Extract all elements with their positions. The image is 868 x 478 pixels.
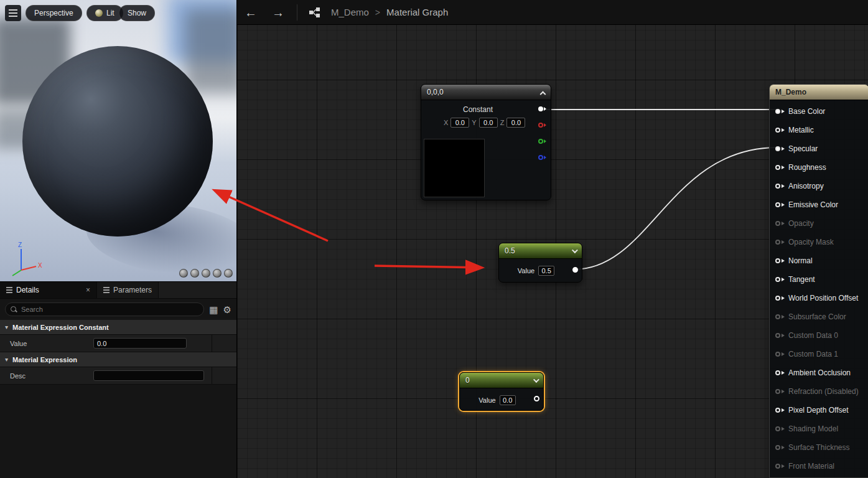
search-input[interactable]: [21, 306, 198, 313]
material-output-pin-shading-model[interactable]: Shading Model: [770, 419, 868, 438]
input-pin-icon[interactable]: [775, 370, 780, 375]
output-pin-blue[interactable]: [538, 155, 543, 160]
collapse-chevron-icon[interactable]: [540, 91, 546, 97]
expand-chevron-icon[interactable]: [572, 247, 578, 253]
material-output-pin-tangent[interactable]: Tangent: [770, 270, 868, 289]
material-output-pin-pixel-depth-offset[interactable]: Pixel Depth Offset: [770, 401, 868, 419]
node-header[interactable]: 0,0,0: [421, 85, 551, 100]
x-field-input[interactable]: [450, 118, 469, 128]
material-preview-viewport[interactable]: Perspective Lit Show Z X: [0, 0, 236, 281]
input-pin-icon[interactable]: [775, 146, 780, 151]
view-options-grid-icon[interactable]: ▦: [209, 305, 218, 314]
pin-label: Ambient Occlusion: [788, 368, 851, 377]
settings-gear-icon[interactable]: ⚙: [223, 305, 231, 314]
input-pin-icon[interactable]: [775, 445, 780, 450]
search-icon: [11, 306, 17, 313]
value-row: Value: [460, 388, 543, 412]
material-output-pin-custom-data-0[interactable]: Custom Data 0: [770, 326, 868, 345]
node-header-title: 0: [465, 376, 470, 385]
input-pin-icon[interactable]: [775, 184, 780, 189]
expand-caret-icon[interactable]: ▾: [5, 356, 8, 363]
input-pin-icon[interactable]: [775, 389, 780, 394]
section-material-expression[interactable]: ▾ Material Expression: [0, 352, 236, 367]
output-pin[interactable]: [572, 267, 578, 273]
details-panel: Details × Parameters ▦ ⚙ ▾ Material Expr…: [0, 281, 236, 478]
node-constant-vector[interactable]: 0,0,0 Constant X Y Z: [421, 84, 551, 200]
search-box[interactable]: [5, 302, 204, 316]
material-output-pin-anisotropy[interactable]: Anisotropy: [770, 177, 868, 195]
material-output-pin-front-material[interactable]: Front Material: [770, 457, 868, 476]
output-pin-red[interactable]: [538, 123, 543, 128]
input-pin-icon[interactable]: [775, 128, 780, 133]
y-field-input[interactable]: [479, 118, 498, 128]
output-pin[interactable]: [534, 396, 539, 401]
material-output-pin-roughness[interactable]: Roughness: [770, 158, 868, 177]
material-graph-canvas[interactable]: ← → M_Demo > Material Graph 0,0,0 Consta…: [236, 0, 868, 478]
material-output-pin-world-position-offset[interactable]: World Position Offset: [770, 289, 868, 307]
input-pin-icon[interactable]: [775, 314, 780, 319]
material-output-pin-emissive-color[interactable]: Emissive Color: [770, 195, 868, 214]
material-output-pin-custom-data-1[interactable]: Custom Data 1: [770, 345, 868, 363]
input-pin-icon[interactable]: [775, 221, 780, 226]
preview-mesh-cylinder-button[interactable]: [179, 269, 188, 278]
material-output-pin-opacity-mask[interactable]: Opacity Mask: [770, 233, 868, 251]
show-button[interactable]: Show: [119, 5, 155, 21]
value-property-input[interactable]: [93, 338, 187, 349]
navigate-forward-button[interactable]: →: [264, 0, 292, 25]
material-output-pin-subsurface-color[interactable]: Subsurface Color: [770, 307, 868, 326]
viewport-menu-button[interactable]: [5, 5, 21, 21]
input-pin-icon[interactable]: [775, 333, 780, 338]
preview-mesh-cube-button[interactable]: [213, 269, 222, 278]
tab-parameters[interactable]: Parameters: [97, 282, 159, 298]
material-output-pin-base-color[interactable]: Base Color: [770, 102, 868, 121]
material-output-pin-refraction-disabled-[interactable]: Refraction (Disabled): [770, 382, 868, 401]
input-pin-icon[interactable]: [775, 202, 780, 207]
material-output-pin-normal[interactable]: Normal: [770, 251, 868, 270]
input-pin-icon[interactable]: [775, 258, 780, 263]
node-material-output[interactable]: M_Demo Base ColorMetallicSpecularRoughne…: [769, 84, 868, 478]
expand-chevron-icon[interactable]: [533, 377, 539, 383]
breadcrumb-material-name[interactable]: M_Demo: [331, 7, 369, 17]
section-material-expression-constant[interactable]: ▾ Material Expression Constant: [0, 320, 236, 335]
value-input[interactable]: [538, 266, 554, 276]
node-header[interactable]: M_Demo: [770, 85, 868, 100]
material-output-pin-ambient-occlusion[interactable]: Ambient Occlusion: [770, 363, 868, 382]
node-header[interactable]: 0.5: [499, 243, 582, 259]
material-output-pin-surface-thickness[interactable]: Surface Thickness: [770, 438, 868, 457]
output-pin-value[interactable]: [538, 106, 543, 111]
tab-details[interactable]: Details ×: [0, 282, 97, 298]
z-field-input[interactable]: [506, 118, 525, 128]
input-pin-icon[interactable]: [775, 296, 780, 301]
pin-arrow-icon: [544, 107, 546, 111]
node-header[interactable]: 0: [460, 373, 543, 388]
node-output-pins: [538, 106, 546, 160]
expand-caret-icon[interactable]: ▾: [5, 324, 8, 330]
input-pin-icon[interactable]: [775, 240, 780, 245]
node-constant-half[interactable]: 0.5 Value: [498, 243, 582, 283]
node-constant-zero[interactable]: 0 Value: [459, 372, 544, 411]
tab-close-icon[interactable]: ×: [86, 286, 90, 294]
pin-label: Subsurface Color: [788, 312, 846, 321]
navigate-back-button[interactable]: ←: [237, 0, 264, 25]
input-pin-icon[interactable]: [775, 408, 780, 413]
preview-mesh-plane-button[interactable]: [202, 269, 210, 278]
pin-arrow-icon: [782, 352, 785, 356]
desc-property-input[interactable]: [93, 370, 204, 381]
value-input[interactable]: [500, 395, 516, 405]
preview-mesh-teapot-button[interactable]: [224, 269, 233, 278]
input-pin-icon[interactable]: [775, 165, 780, 170]
material-output-pin-specular[interactable]: Specular: [770, 139, 868, 158]
lit-mode-button[interactable]: Lit: [86, 5, 123, 21]
input-pin-icon[interactable]: [775, 109, 780, 114]
perspective-button[interactable]: Perspective: [26, 5, 82, 21]
input-pin-icon[interactable]: [775, 426, 780, 431]
input-pin-icon[interactable]: [775, 277, 780, 282]
preview-mesh-sphere-button[interactable]: [190, 269, 199, 278]
material-output-pin-metallic[interactable]: Metallic: [770, 121, 868, 139]
input-pin-icon[interactable]: [775, 464, 780, 469]
output-pin-green[interactable]: [538, 139, 543, 144]
input-pin-icon[interactable]: [775, 352, 780, 357]
material-output-pin-opacity[interactable]: Opacity: [770, 214, 868, 233]
breadcrumb-material-graph[interactable]: Material Graph: [386, 7, 448, 17]
graph-icon: [309, 7, 321, 18]
